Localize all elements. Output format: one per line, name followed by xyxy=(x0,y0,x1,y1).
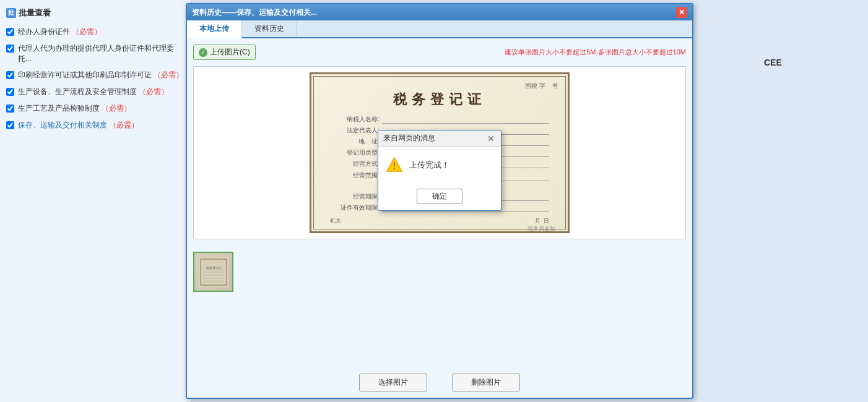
upload-image-button[interactable]: ✓ 上传图片(C) xyxy=(193,45,256,60)
thumbnail-1[interactable]: 税务登记证 xyxy=(193,252,233,292)
cert-subtitle: 国税 字 号 xyxy=(318,80,562,90)
dialog-titlebar: 资料历史——保存、运输及交付相关... ✕ xyxy=(187,4,692,20)
cert-agency: 机关 xyxy=(330,217,341,225)
svg-text:!: ! xyxy=(393,161,396,171)
select-image-button[interactable]: 选择图片 xyxy=(359,374,427,391)
alert-message: 上传完成！ xyxy=(409,160,449,171)
thumbnail-svg: 税务登记证 xyxy=(198,257,229,288)
cert-date: 月 日 xyxy=(535,217,549,225)
tab-history[interactable]: 资料历史 xyxy=(242,20,297,37)
thumbnail-area: 税务登记证 xyxy=(193,246,686,298)
alert-dialog: 来自网页的消息 ✕ ! 上传完成！ 确定 xyxy=(378,130,501,211)
upload-hint: 建议单张图片大小不要超过5M,多张图片总大小不要超过10M xyxy=(505,48,686,57)
alert-title: 来自网页的消息 xyxy=(383,133,435,143)
alert-ok-button[interactable]: 确定 xyxy=(417,189,462,204)
dialog-tabs: 本地上传 资料历史 xyxy=(187,20,692,38)
warning-icon: ! xyxy=(386,156,403,174)
delete-image-button[interactable]: 删除图片 xyxy=(452,374,520,391)
alert-content: ! 上传完成！ xyxy=(378,147,501,184)
modal-overlay: 资料历史——保存、运输及交付相关... ✕ 本地上传 资料历史 ✓ 上传图片(C… xyxy=(0,0,868,402)
svg-text:税务登记证: 税务登记证 xyxy=(206,266,221,270)
dialog-title: 资料历史——保存、运输及交付相关... xyxy=(192,7,317,18)
cert-title: 税务登记证 xyxy=(393,90,486,109)
alert-titlebar: 来自网页的消息 ✕ xyxy=(378,130,501,147)
upload-toolbar: ✓ 上传图片(C) 建议单张图片大小不要超过5M,多张图片总大小不要超过10M xyxy=(193,45,686,60)
tab-local-upload[interactable]: 本地上传 xyxy=(187,20,242,38)
cert-footer: 税务局监制 xyxy=(318,225,562,233)
thumbnail-inner-1: 税务登记证 xyxy=(194,253,232,291)
alert-footer: 确定 xyxy=(378,184,501,210)
dialog-bottom: 选择图片 删除图片 xyxy=(187,367,692,398)
dialog-close-button[interactable]: ✕ xyxy=(676,7,687,18)
upload-icon: ✓ xyxy=(199,48,207,57)
alert-close-button[interactable]: ✕ xyxy=(486,134,496,143)
